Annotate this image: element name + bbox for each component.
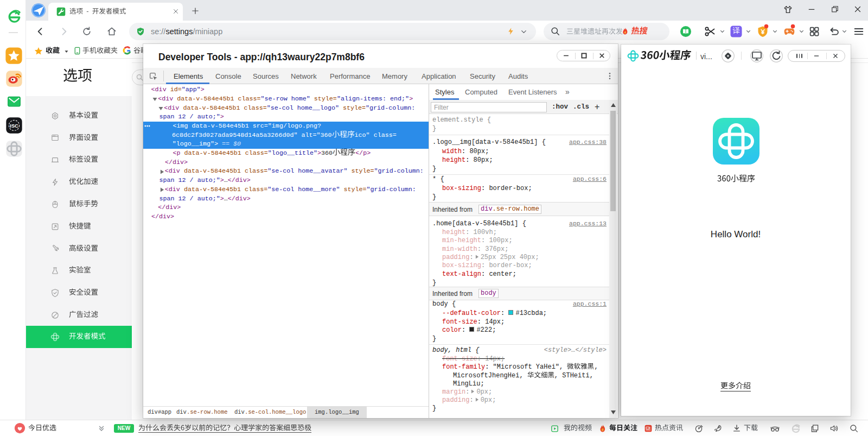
svg-text:ISC: ISC [10, 123, 18, 129]
